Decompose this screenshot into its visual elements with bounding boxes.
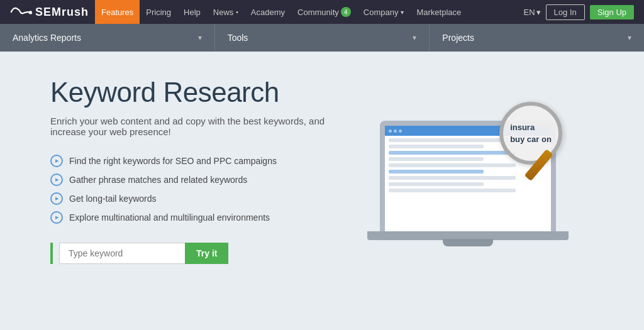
nav-item-help[interactable]: Help	[177, 0, 207, 24]
submenu-bar: Analytics Reports ▾ Tools ▾ Projects ▾	[0, 24, 644, 52]
laptop-row-3	[389, 151, 516, 155]
logo-icon	[10, 5, 33, 19]
news-dot-icon: •	[236, 9, 238, 16]
laptop-row-2	[389, 145, 484, 148]
submenu-tools[interactable]: Tools ▾	[215, 24, 430, 52]
nav-left: SEMrush Features Pricing Help News • Aca…	[10, 0, 467, 24]
signup-button[interactable]: Sign Up	[590, 5, 634, 19]
screen-dot-2	[394, 129, 397, 133]
submenu-analytics-reports[interactable]: Analytics Reports ▾	[0, 24, 215, 52]
feature-item-1: Find the right keywords for SEO and PPC …	[50, 155, 352, 167]
nav-items: Features Pricing Help News • Academy Com…	[95, 0, 467, 24]
logo-text: SEMrush	[35, 6, 89, 19]
magnifier-lens: insura buy car on	[499, 102, 562, 165]
laptop-stand	[443, 239, 493, 246]
lang-chevron-icon: ▾	[536, 8, 541, 17]
laptop-row-4	[389, 157, 484, 161]
feature-play-icon-4	[50, 211, 63, 224]
hero-illustration: insura buy car on	[367, 83, 594, 246]
feature-list: Find the right keywords for SEO and PPC …	[50, 155, 352, 224]
magnifier: insura buy car on	[499, 102, 581, 184]
language-selector[interactable]: EN ▾	[524, 8, 541, 17]
feature-item-2: Gather phrase matches and related keywor…	[50, 173, 352, 186]
laptop-row-7	[389, 176, 516, 180]
nav-right: EN ▾ Log In Sign Up	[524, 4, 634, 20]
keyword-input[interactable]	[59, 243, 185, 264]
feature-play-icon-1	[50, 155, 63, 167]
laptop-row-8	[389, 182, 484, 186]
svg-point-0	[29, 11, 32, 14]
logo[interactable]: SEMrush	[10, 5, 89, 19]
nav-item-features[interactable]: Features	[95, 0, 140, 24]
laptop-row-9	[389, 189, 516, 192]
nav-item-pricing[interactable]: Pricing	[140, 0, 177, 24]
analytics-chevron-icon: ▾	[198, 33, 202, 42]
laptop-row-5	[389, 163, 516, 167]
company-chevron-icon: ▾	[401, 9, 404, 16]
feature-item-4: Explore multinational and multilingual e…	[50, 211, 352, 224]
nav-item-marketplace[interactable]: Marketplace	[410, 0, 467, 24]
projects-chevron-icon: ▾	[628, 33, 631, 42]
laptop-row-1	[389, 138, 516, 142]
nav-item-news[interactable]: News •	[207, 0, 245, 24]
hero-content: Keyword Research Enrich your web content…	[50, 77, 352, 264]
feature-play-icon-2	[50, 173, 63, 186]
feature-play-icon-3	[50, 192, 63, 205]
hero-title: Keyword Research	[50, 77, 352, 108]
login-button[interactable]: Log In	[546, 4, 585, 20]
hero-subtitle: Enrich your web content and ad copy with…	[50, 116, 352, 137]
nav-item-community[interactable]: Community 4	[291, 0, 357, 24]
top-navigation: SEMrush Features Pricing Help News • Aca…	[0, 0, 644, 24]
community-badge: 4	[341, 7, 351, 17]
feature-item-3: Get long-tail keywords	[50, 192, 352, 205]
laptop-row-6	[389, 170, 484, 173]
screen-dot-1	[389, 129, 392, 133]
magnifier-text: insura buy car on	[506, 118, 555, 150]
nav-item-company[interactable]: Company ▾	[357, 0, 411, 24]
try-it-button[interactable]: Try it	[185, 243, 228, 264]
screen-dot-3	[399, 129, 402, 133]
submenu-projects[interactable]: Projects ▾	[430, 24, 644, 52]
hero-section: Keyword Research Enrich your web content…	[0, 52, 644, 303]
keyword-input-row: Try it	[50, 243, 352, 264]
nav-item-academy[interactable]: Academy	[245, 0, 291, 24]
tools-chevron-icon: ▾	[413, 33, 416, 42]
